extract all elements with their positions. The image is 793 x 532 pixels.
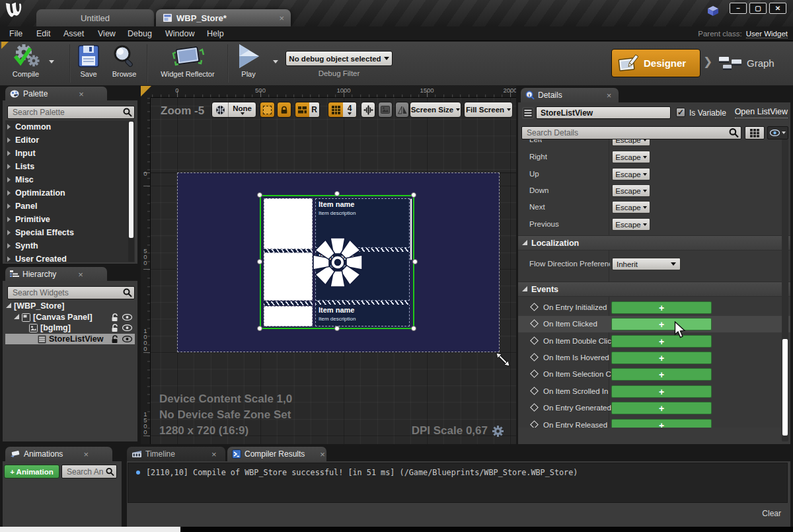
palette-category-optimization[interactable]: Optimization	[5, 186, 135, 200]
r-button[interactable]: R	[309, 102, 319, 117]
down-nav-dropdown[interactable]: Escape	[612, 184, 650, 197]
add-event-button[interactable]: +	[611, 402, 712, 414]
resize-handle[interactable]	[334, 191, 340, 196]
graph-mode-button[interactable]: Graph	[715, 49, 777, 77]
palette-category-input[interactable]: Input	[5, 147, 135, 160]
details-tab[interactable]: i Details	[521, 88, 619, 102]
hierarchy-tab[interactable]: Hierarchy	[5, 267, 107, 282]
dpi-settings-gear-icon[interactable]	[492, 426, 504, 437]
add-event-button[interactable]: +	[611, 385, 712, 398]
compile-options-caret[interactable]	[49, 60, 54, 63]
eye-icon[interactable]	[122, 324, 132, 331]
tree-row-bgimg[interactable]: [bgImg]	[5, 323, 135, 333]
close-icon[interactable]	[83, 450, 89, 459]
palette-category-editor[interactable]: Editor	[5, 133, 135, 147]
lock-open-icon[interactable]	[111, 335, 119, 344]
save-button[interactable]: Save	[73, 43, 104, 84]
add-event-button[interactable]: +	[611, 368, 712, 381]
menu-edit[interactable]: Edit	[36, 26, 51, 41]
close-icon[interactable]	[78, 270, 83, 279]
canvas-resize-arrow-icon[interactable]	[495, 352, 511, 367]
play-button[interactable]: Play	[233, 43, 264, 84]
timeline-tab[interactable]: Timeline	[127, 447, 225, 461]
tab-untitled[interactable]: Untitled	[36, 9, 154, 26]
add-event-button[interactable]: +	[611, 352, 712, 364]
menu-view[interactable]: View	[98, 26, 116, 41]
add-event-button[interactable]: +	[611, 318, 712, 330]
tree-row-storelistview[interactable]: StoreListView	[5, 334, 135, 344]
events-section-header[interactable]: Events	[518, 282, 790, 297]
add-event-button[interactable]: +	[611, 419, 712, 428]
flip-preview-button[interactable]	[395, 102, 409, 118]
resize-handle[interactable]	[257, 326, 262, 331]
lock-open-icon[interactable]	[111, 313, 119, 322]
right-nav-dropdown[interactable]: Escape	[612, 151, 650, 163]
view-options-button[interactable]	[767, 126, 788, 139]
preview-language-dropdown[interactable]: None	[229, 102, 256, 117]
close-icon[interactable]	[211, 450, 217, 459]
resize-handle[interactable]	[257, 259, 262, 264]
is-variable-checkbox[interactable]: ✓	[676, 108, 685, 117]
respect-locks-group[interactable]: R	[295, 102, 320, 118]
palette-tab[interactable]: Palette	[5, 87, 107, 101]
fill-screen-dropdown[interactable]: Fill Screen	[464, 102, 513, 118]
lock-open-icon[interactable]	[111, 324, 119, 332]
localization-section-header[interactable]: Localization	[518, 235, 790, 250]
palette-scrollbar[interactable]	[128, 121, 134, 262]
palette-search-input[interactable]	[7, 106, 135, 119]
property-matrix-button[interactable]	[745, 126, 765, 139]
tab-wbp-store[interactable]: WBP_Store*	[156, 9, 291, 26]
resize-handle[interactable]	[257, 192, 262, 198]
palette-category-special-effects[interactable]: Special Effects	[5, 226, 135, 239]
widget-name-input[interactable]	[536, 106, 671, 119]
palette-category-common[interactable]: Common	[5, 120, 135, 133]
add-animation-button[interactable]: + Animation	[4, 465, 59, 478]
flow-direction-dropdown[interactable]: Inherit	[612, 258, 681, 270]
palette-category-user-created[interactable]: User Created	[5, 252, 135, 262]
left-nav-dropdown[interactable]: Escape	[612, 139, 650, 146]
parent-class-value[interactable]: User Widget	[746, 30, 788, 38]
close-button[interactable]: ✕	[769, 3, 786, 14]
resize-handle[interactable]	[412, 259, 418, 264]
grid-snap-group[interactable]: 4	[328, 102, 357, 118]
compile-button[interactable]: Compile	[5, 43, 46, 84]
palette-category-synth[interactable]: Synth	[5, 239, 135, 252]
open-listview-link[interactable]: Open ListView	[735, 107, 788, 118]
eye-icon[interactable]	[122, 336, 132, 342]
next-nav-dropdown[interactable]: Escape	[612, 201, 650, 213]
details-scrollbar[interactable]	[782, 139, 788, 441]
designer-mode-button[interactable]: Designer	[611, 49, 700, 77]
menu-file[interactable]: File	[9, 26, 22, 41]
clear-log-button[interactable]: Clear	[762, 509, 781, 518]
animations-tab[interactable]: Animations	[5, 447, 112, 461]
close-icon[interactable]	[279, 14, 284, 22]
tree-row-canvas-panel[interactable]: [Canvas Panel]	[5, 312, 135, 323]
dashed-outline-toggle[interactable]	[260, 102, 275, 118]
up-nav-dropdown[interactable]: Escape	[612, 168, 650, 180]
play-options-caret[interactable]	[273, 60, 278, 63]
browse-button[interactable]: Browse	[106, 43, 143, 84]
menu-help[interactable]: Help	[207, 26, 224, 41]
compiler-log[interactable]: [2110,10] Compile of WBP_Store successfu…	[128, 463, 788, 503]
preview-background-button[interactable]	[378, 102, 393, 118]
localization-preview-group[interactable]: None	[211, 102, 256, 118]
add-event-button[interactable]: +	[611, 301, 712, 314]
resize-handle[interactable]	[334, 326, 340, 331]
grid-size-dropdown[interactable]: 4	[343, 102, 356, 117]
menu-window[interactable]: Window	[165, 26, 194, 41]
minimize-button[interactable]: –	[730, 3, 747, 14]
add-event-button[interactable]: +	[611, 335, 712, 348]
screen-size-dropdown[interactable]: Screen Size	[410, 102, 461, 118]
details-search-input[interactable]	[521, 126, 741, 139]
designer-viewport[interactable]: 0 500 1000 1500 2000 0 5 0 0 1 0 0 0 1 5…	[141, 86, 516, 444]
palette-category-panel[interactable]: Panel	[5, 200, 135, 213]
eye-icon[interactable]	[122, 314, 132, 321]
palette-category-misc[interactable]: Misc	[5, 173, 135, 186]
compiler-results-tab[interactable]: Compiler Results	[227, 447, 326, 461]
transform-mode-button[interactable]	[361, 102, 375, 118]
tree-row-wbp-store[interactable]: [WBP_Store]	[5, 301, 135, 311]
resize-handle[interactable]	[411, 326, 416, 331]
hierarchy-search-input[interactable]	[7, 286, 135, 299]
debug-filter-dropdown[interactable]: No debug object selected	[285, 51, 393, 66]
resize-handle[interactable]	[411, 192, 416, 198]
